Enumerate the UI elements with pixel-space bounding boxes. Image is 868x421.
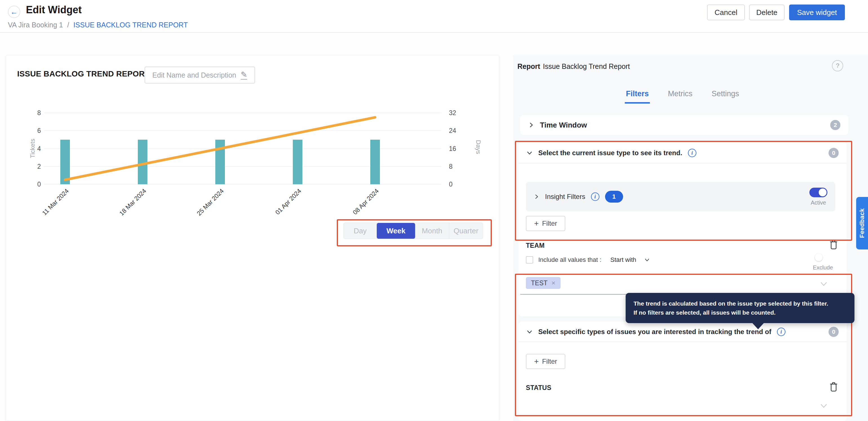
page-title: Edit Widget: [26, 4, 82, 16]
time-window-count-badge: 2: [830, 120, 840, 130]
chip-remove-icon[interactable]: ×: [552, 279, 555, 287]
include-values-row: Include all values that : Start with: [526, 254, 650, 265]
granularity-day-button[interactable]: Day: [344, 223, 377, 239]
section-divider: [519, 341, 846, 342]
chevron-down-icon[interactable]: [819, 280, 828, 288]
toggle-knob: [819, 189, 827, 196]
operator-select[interactable]: Start with: [611, 256, 637, 263]
granularity-week-button[interactable]: Week: [377, 223, 415, 239]
exclude-toggle-label: Exclude: [809, 264, 837, 271]
plus-icon: +: [534, 220, 538, 227]
active-toggle[interactable]: [809, 188, 828, 197]
breadcrumb: VA Jira Booking 1 / ISSUE BACKLOG TREND …: [8, 21, 188, 29]
save-widget-button[interactable]: Save widget: [789, 4, 845, 20]
report-label: Report: [518, 62, 540, 70]
status-field-label: STATUS: [526, 384, 551, 392]
team-field-label: TEAM: [526, 242, 545, 249]
add-filter-label: Filter: [542, 358, 557, 365]
chevron-down-icon[interactable]: [644, 257, 650, 263]
section-divider: [519, 163, 846, 163]
trash-icon[interactable]: [829, 239, 839, 250]
breadcrumb-parent: VA Jira Booking 1: [8, 21, 63, 29]
report-header: ReportIssue Backlog Trend Report: [518, 62, 630, 71]
add-filter-label: Filter: [542, 220, 557, 227]
cancel-button[interactable]: Cancel: [707, 4, 745, 20]
tab-metrics[interactable]: Metrics: [667, 88, 693, 104]
trash-icon[interactable]: [829, 381, 839, 393]
active-toggle-label: Active: [811, 199, 826, 206]
add-filter-button[interactable]: + Filter: [526, 216, 565, 231]
current-issue-type-header[interactable]: Select the current issue type to see its…: [519, 142, 846, 163]
time-window-label: Time Window: [540, 121, 587, 130]
edit-widget-page: ← Edit Widget VA Jira Booking 1 / ISSUE …: [0, 0, 868, 421]
tab-settings[interactable]: Settings: [710, 88, 740, 104]
insight-filters-row[interactable]: Insight Filters i 1 Active: [526, 182, 835, 212]
specific-issue-types-header[interactable]: Select specific types of issues you are …: [519, 322, 846, 342]
report-name: Issue Backlog Trend Report: [543, 62, 630, 70]
insight-filters-count-pill: 1: [605, 191, 623, 203]
filter-tooltip: The trend is calculated based on the iss…: [626, 293, 855, 323]
time-window-section[interactable]: Time Window 2: [520, 115, 848, 135]
breadcrumb-current-link[interactable]: ISSUE BACKLOG TREND REPORT: [73, 21, 188, 29]
help-icon[interactable]: ?: [832, 60, 843, 72]
granularity-quarter-button[interactable]: Quarter: [449, 223, 483, 239]
panel-tabs: Filters Metrics Settings: [625, 88, 740, 104]
toggle-knob: [815, 253, 823, 261]
tooltip-line-1: The trend is calculated based on the iss…: [633, 299, 846, 308]
specific-issue-types-label: Select specific types of issues you are …: [538, 328, 771, 336]
add-filter-button[interactable]: + Filter: [526, 354, 565, 369]
chevron-right-icon: [534, 194, 539, 199]
active-toggle-group: Active: [809, 188, 828, 206]
tab-filters[interactable]: Filters: [625, 88, 650, 104]
trend-chart: 0246808162432TicketsDays11 Mar 202418 Ma…: [6, 55, 500, 309]
trend-line: [6, 55, 500, 309]
team-value-chip: TEST ×: [526, 277, 561, 289]
include-all-label: Include all values that :: [538, 256, 601, 263]
feedback-label: Feedback: [859, 208, 866, 238]
chevron-down-icon: [526, 150, 533, 156]
tooltip-line-2: If no filters are selected, all issues w…: [633, 308, 846, 317]
chevron-down-icon: [526, 329, 533, 335]
info-icon[interactable]: i: [591, 192, 599, 201]
report-settings-panel: ReportIssue Backlog Trend Report ? Filte…: [514, 55, 868, 421]
granularity-month-button[interactable]: Month: [415, 223, 449, 239]
widget-preview-card: ISSUE BACKLOG TREND REPORT Edit Name and…: [6, 55, 499, 421]
feedback-tab[interactable]: Feedback: [856, 197, 868, 249]
breadcrumb-separator: /: [67, 21, 69, 29]
delete-button[interactable]: Delete: [749, 4, 784, 20]
info-icon[interactable]: i: [777, 328, 785, 336]
current-issue-type-badge: 0: [829, 148, 839, 158]
plus-icon: +: [534, 358, 538, 365]
specific-issue-types-badge: 0: [829, 327, 839, 337]
back-arrow-icon: ←: [10, 8, 18, 17]
back-button[interactable]: ←: [8, 6, 20, 18]
include-all-checkbox[interactable]: [526, 256, 533, 263]
info-icon[interactable]: i: [688, 149, 696, 157]
granularity-toggle: Day Week Month Quarter: [344, 223, 483, 239]
chevron-down-icon[interactable]: [819, 401, 828, 410]
current-issue-type-card: [519, 142, 846, 316]
top-bar: ← Edit Widget VA Jira Booking 1 / ISSUE …: [0, 0, 868, 33]
chevron-right-icon: [528, 122, 534, 128]
chip-label: TEST: [531, 279, 548, 287]
current-issue-type-label: Select the current issue type to see its…: [538, 149, 682, 157]
insight-filters-label: Insight Filters: [545, 193, 585, 201]
